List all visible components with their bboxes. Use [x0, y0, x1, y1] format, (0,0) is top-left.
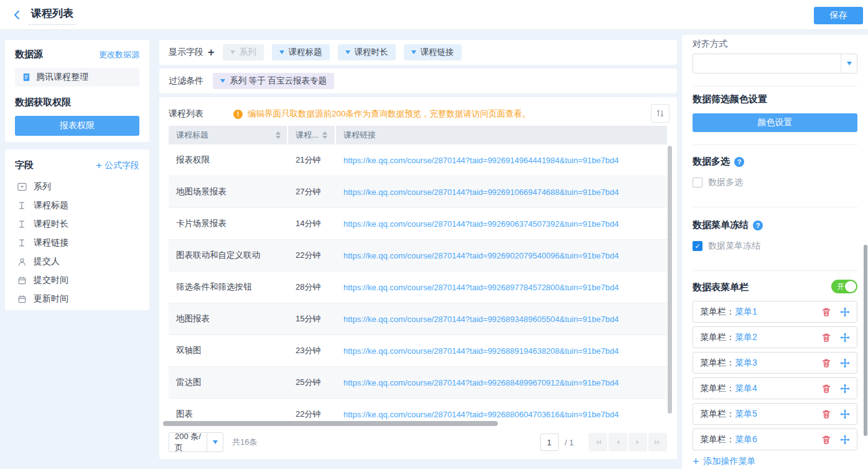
back-icon[interactable]	[11, 9, 24, 21]
field-item-course-title[interactable]: 课程标题	[15, 196, 139, 215]
course-link[interactable]: https://ke.qq.com/course/2870144?taid=99…	[343, 251, 618, 260]
align-select[interactable]	[693, 54, 857, 73]
course-link[interactable]: https://ke.qq.com/course/2870144?taid=99…	[343, 378, 618, 387]
first-page-button[interactable]	[589, 433, 607, 452]
column-header-course-duration[interactable]: 课程...	[288, 126, 336, 144]
course-link[interactable]: https://ke.qq.com/course/2870144?taid=99…	[343, 346, 618, 356]
divider	[693, 270, 857, 271]
page-vertical-scrollbar[interactable]	[864, 245, 867, 436]
display-fields-bar: 显示字段 + 系列 课程标题 课程时长 课程链接	[159, 40, 677, 65]
course-link[interactable]: https://ke.qq.com/course/2870144?taid=99…	[343, 410, 618, 419]
table-horizontal-scrollbar[interactable]	[163, 421, 498, 426]
move-icon[interactable]	[839, 434, 850, 445]
sort-carets-icon[interactable]	[276, 131, 281, 139]
delete-icon[interactable]	[821, 434, 831, 445]
datasource-title: 数据源	[15, 49, 43, 60]
page-size-select[interactable]: 200 条/页	[169, 432, 223, 452]
table-row: 地图场景报表 27分钟 https://ke.qq.com/course/287…	[169, 176, 667, 208]
field-tag-course-title[interactable]: 课程标题	[272, 44, 330, 60]
delete-icon[interactable]	[821, 358, 831, 368]
sort-carets-icon[interactable]	[322, 131, 327, 139]
delete-icon[interactable]	[821, 409, 831, 419]
field-tag-course-duration[interactable]: 课程时长	[338, 44, 396, 60]
field-item-update-time[interactable]: 更新时间	[15, 290, 139, 308]
course-link[interactable]: https://ke.qq.com/course/2870144?taid=99…	[343, 283, 618, 292]
datasource-name: 腾讯课程整理	[36, 72, 88, 83]
table-row: 图表 22分钟 https://ke.qq.com/course/2870144…	[169, 399, 667, 421]
add-action-menu-link[interactable]: + 添加操作菜单	[693, 456, 857, 467]
field-item-course-link[interactable]: 课程链接	[15, 234, 139, 252]
datasource-panel: 数据源 更改数据源 腾讯课程整理 数据获取权限 报表权限	[5, 40, 149, 142]
color-settings-button[interactable]: 颜色设置	[693, 113, 857, 132]
chevron-left-icon	[613, 437, 623, 447]
delete-icon[interactable]	[821, 383, 831, 394]
sort-order-button[interactable]	[651, 104, 670, 123]
filter-condition-tag[interactable]: 系列 等于 百宝云报表专题	[213, 73, 334, 89]
chevron-down-icon	[279, 50, 284, 54]
last-page-button[interactable]	[648, 433, 667, 452]
help-icon[interactable]: ?	[753, 220, 763, 230]
table-row: 双轴图 23分钟 https://ke.qq.com/course/287014…	[169, 335, 667, 367]
add-formula-field-link[interactable]: + 公式字段	[96, 160, 139, 171]
table-row: 筛选条件和筛选按钮 28分钟 https://ke.qq.com/course/…	[169, 272, 667, 303]
chevron-down-icon	[345, 50, 350, 54]
plus-icon: +	[693, 456, 699, 467]
pagination-bar: 200 条/页 共16条 / 1	[169, 432, 667, 453]
text-icon	[17, 201, 27, 211]
filter-color-title: 数据筛选颜色设置	[693, 93, 857, 105]
next-page-button[interactable]	[628, 433, 647, 452]
table-row: 图表联动和自定义联动 22分钟 https://ke.qq.com/course…	[169, 240, 667, 272]
table-vertical-scrollbar[interactable]	[668, 146, 672, 414]
prev-page-button[interactable]	[609, 433, 627, 452]
fields-panel: 字段 + 公式字段 系列 课程标题	[5, 149, 149, 310]
app-root: 课程列表 保存 数据源 更改数据源 腾讯课程整理 数据获取权限 报表权限 字段 …	[0, 0, 868, 469]
field-tag-series[interactable]: 系列	[223, 44, 264, 60]
datasource-item[interactable]: 腾讯课程整理	[15, 68, 139, 87]
multiselect-heading: 数据多选 ?	[693, 156, 857, 168]
delete-icon[interactable]	[821, 332, 831, 343]
course-link[interactable]: https://ke.qq.com/course/2870144?taid=99…	[343, 315, 618, 324]
add-display-field-icon[interactable]: +	[208, 47, 215, 58]
column-header-course-title[interactable]: 课程标题	[169, 126, 288, 144]
multiselect-label: 数据多选	[708, 177, 743, 188]
chevron-down-icon	[213, 440, 218, 444]
move-icon[interactable]	[839, 306, 850, 317]
warning-icon: !	[233, 110, 243, 119]
course-link[interactable]: https://ke.qq.com/course/2870144?taid=99…	[343, 156, 618, 165]
course-link[interactable]: https://ke.qq.com/course/2870144?taid=99…	[343, 219, 618, 229]
toggle-knob	[845, 281, 856, 292]
move-icon[interactable]	[839, 383, 850, 394]
settings-panel: 对齐方式 数据筛选颜色设置 颜色设置 数据多选 ? 数据多选 数据菜单冻结 ? …	[682, 35, 868, 469]
page-total-label: / 1	[565, 438, 574, 447]
multiselect-checkbox[interactable]	[693, 178, 702, 187]
save-button[interactable]: 保存	[814, 7, 863, 24]
report-permission-button[interactable]: 报表权限	[15, 116, 139, 136]
field-tag-course-link[interactable]: 课程链接	[404, 44, 462, 60]
select-icon	[17, 182, 27, 192]
menubar-toggle[interactable]: 开	[831, 280, 857, 293]
align-label: 对齐方式	[693, 39, 857, 50]
column-header-course-link[interactable]: 课程链接	[336, 126, 667, 144]
table-row: 报表权限 21分钟 https://ke.qq.com/course/28701…	[169, 144, 667, 176]
page-title: 课程列表	[29, 5, 76, 25]
field-item-submitter[interactable]: 提交人	[15, 252, 139, 271]
change-datasource-link[interactable]: 更改数据源	[99, 49, 139, 60]
delete-icon[interactable]	[821, 306, 831, 317]
divider	[693, 144, 857, 145]
move-icon[interactable]	[839, 358, 850, 368]
filter-bar: 过滤条件 系列 等于 百宝云报表专题	[159, 69, 677, 93]
freeze-heading: 数据菜单冻结 ?	[693, 219, 857, 231]
freeze-checkbox[interactable]: ✓	[693, 241, 702, 251]
help-icon[interactable]: ?	[734, 157, 744, 167]
freeze-option: ✓ 数据菜单冻结	[693, 240, 857, 252]
plus-icon: +	[96, 160, 102, 171]
move-icon[interactable]	[839, 332, 850, 343]
course-link[interactable]: https://ke.qq.com/course/2870144?taid=99…	[343, 187, 618, 197]
calendar-icon	[17, 294, 27, 304]
field-item-submit-time[interactable]: 提交时间	[15, 271, 139, 290]
field-item-course-duration[interactable]: 课程时长	[15, 215, 139, 234]
page-number-input[interactable]	[540, 433, 559, 451]
double-chevron-right-icon	[653, 437, 663, 447]
move-icon[interactable]	[839, 409, 850, 419]
field-item-series[interactable]: 系列	[15, 178, 139, 196]
